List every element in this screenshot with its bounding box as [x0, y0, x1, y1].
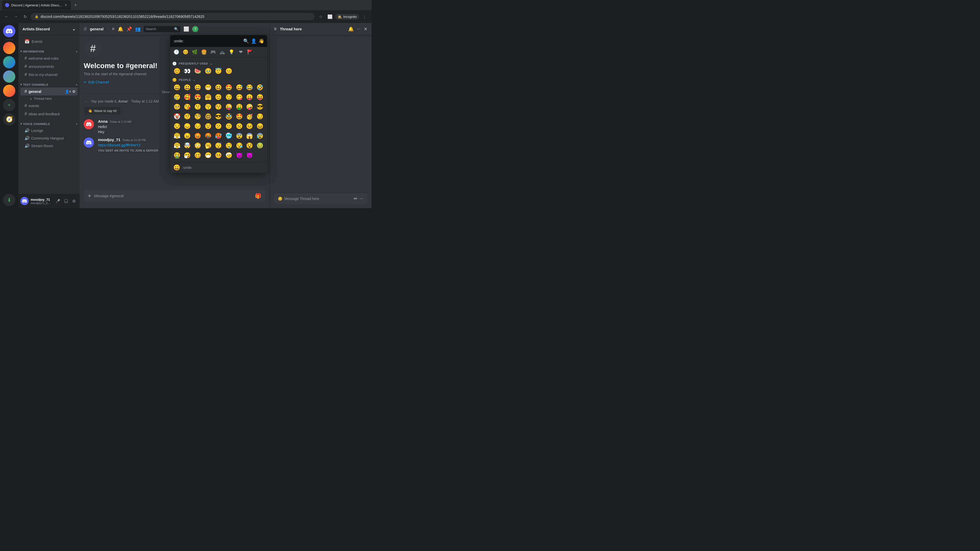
thread-input-box[interactable]: 😊 Message Thread here ✏ ···: [274, 193, 368, 204]
emoji-p48[interactable]: 😡: [193, 131, 202, 141]
emoji-p46[interactable]: 😤: [172, 131, 181, 141]
emoji-p37[interactable]: 😒: [172, 122, 181, 131]
search-bar[interactable]: Search 🔍: [144, 26, 180, 32]
emoji-p35[interactable]: 🥳: [245, 112, 254, 121]
gift-icon[interactable]: 🎁: [255, 193, 261, 199]
emoji-p2[interactable]: 😃: [183, 83, 192, 92]
emoji-p9[interactable]: 🤣: [255, 83, 264, 92]
emoji-p44[interactable]: 😣: [245, 122, 254, 131]
emoji-p63[interactable]: 🤢: [255, 141, 264, 150]
notification-button[interactable]: 🔔: [118, 26, 123, 32]
more-input-icon[interactable]: ···: [360, 196, 363, 202]
emoji-p49[interactable]: 🤬: [204, 131, 213, 141]
channel-item-general[interactable]: # general 👤+ ⚙: [21, 87, 78, 95]
address-bar[interactable]: 🔒 discord.com/channels/11823620100679352…: [30, 13, 315, 20]
voice-channel-hangout[interactable]: 🔊 Community Hangout: [21, 135, 78, 142]
emoji-p42[interactable]: 🙁: [224, 122, 233, 131]
server-icon-3[interactable]: [3, 70, 15, 83]
emoji-frequent-2[interactable]: 👀: [183, 67, 192, 76]
emoji-frequent-5[interactable]: 😇: [214, 67, 223, 76]
emoji-p28[interactable]: 🤡: [172, 112, 181, 121]
download-button[interactable]: ⬇: [3, 194, 15, 206]
emoji-frequent-3[interactable]: 🍉: [193, 67, 202, 76]
emoji-p33[interactable]: 🥸: [224, 112, 233, 121]
emoji-p59[interactable]: 😴: [214, 141, 223, 150]
emoji-p19[interactable]: 🥺: [172, 102, 181, 111]
emoji-p36[interactable]: 😏: [255, 112, 264, 121]
emoji-p61[interactable]: 😪: [234, 141, 244, 150]
forward-button[interactable]: →: [12, 13, 19, 20]
emoji-p58[interactable]: 🥱: [204, 141, 213, 150]
bookmark-button[interactable]: ☆: [317, 13, 325, 21]
emoji-p68[interactable]: 🤒: [214, 151, 223, 160]
server-icon-2[interactable]: [3, 56, 15, 68]
server-name-header[interactable]: Artists Discord ⌄: [18, 23, 80, 35]
emoji-p6[interactable]: 🤩: [224, 83, 233, 92]
wave-button[interactable]: 👋 Wave to say hi!: [84, 106, 121, 115]
emoji-p38[interactable]: 😞: [183, 122, 192, 131]
bell-icon[interactable]: 🔔: [348, 26, 354, 32]
emoji-p41[interactable]: 😕: [214, 122, 223, 131]
mute-button[interactable]: 🎤: [54, 197, 61, 205]
emoji-p25[interactable]: 🤑: [234, 102, 244, 111]
channel-item-ideas[interactable]: # ideas-and-feedback: [21, 110, 78, 118]
threads-button[interactable]: ≡: [112, 26, 115, 32]
emoji-p14[interactable]: 😊: [214, 93, 223, 102]
emoji-p31[interactable]: 🤓: [204, 112, 213, 121]
edit-channel-button[interactable]: ✏ Edit Channel: [84, 80, 109, 84]
emoji-p66[interactable]: 🥴: [193, 151, 202, 160]
voice-channel-stream[interactable]: 🔊 Stream Room: [21, 142, 78, 149]
emoji-p43[interactable]: ☹️: [234, 122, 244, 131]
channel-item-welcome[interactable]: # welcome-and-rules: [21, 54, 78, 62]
emoji-p57[interactable]: 😳: [193, 141, 202, 150]
emoji-p21[interactable]: 😗: [193, 102, 202, 111]
emoji-p10[interactable]: 🥲: [172, 93, 181, 102]
emoji-cat-people[interactable]: 😊: [181, 48, 189, 56]
emoji-cat-activities[interactable]: 🎮: [209, 48, 217, 56]
add-member-icon[interactable]: 👤+: [65, 89, 71, 94]
emoji-p16[interactable]: 😋: [234, 93, 244, 102]
server-icon-1[interactable]: [3, 42, 15, 54]
emoji-p56[interactable]: 🤯: [183, 141, 192, 150]
inbox-button[interactable]: ⬜: [183, 26, 189, 32]
emoji-p15[interactable]: 😌: [224, 93, 233, 102]
emoji-p8[interactable]: 😂: [245, 83, 254, 92]
emoji-p65[interactable]: 🤧: [183, 151, 192, 160]
emoji-p51[interactable]: 🥶: [224, 131, 233, 141]
emoji-p64[interactable]: 🤮: [172, 151, 181, 160]
emoji-frequent-4[interactable]: 🥹: [204, 67, 213, 76]
emoji-p34[interactable]: 🤩: [234, 112, 244, 121]
emoji-p22[interactable]: 😙: [204, 102, 213, 111]
emoji-p4[interactable]: 😁: [204, 83, 213, 92]
emoji-skin-tone-button[interactable]: 👤: [251, 38, 256, 44]
add-voice-channel-icon[interactable]: +: [76, 122, 78, 125]
emoji-p55[interactable]: 😤: [172, 141, 181, 150]
add-channel-icon[interactable]: +: [76, 50, 78, 53]
emoji-p1[interactable]: 😀: [172, 83, 181, 92]
emoji-p47[interactable]: 😠: [183, 131, 192, 141]
emoji-p50[interactable]: 🥵: [214, 131, 223, 141]
help-button[interactable]: ?: [192, 26, 198, 32]
emoji-cat-symbols[interactable]: ❤: [237, 48, 245, 56]
pencil-input-icon[interactable]: ✏: [354, 196, 358, 202]
channel-item-announcements[interactable]: # announcements: [21, 62, 78, 70]
more-options-icon[interactable]: ···: [357, 26, 361, 32]
emoji-p23[interactable]: 😚: [214, 102, 223, 111]
emoji-frequent-6[interactable]: 😐: [224, 67, 233, 76]
emoji-input-icon[interactable]: 😊: [278, 197, 282, 201]
emoji-p69[interactable]: 🤕: [224, 151, 233, 160]
category-voice-channels[interactable]: ▾ VOICE CHANNELS +: [18, 118, 80, 127]
discord-invite-link[interactable]: https://discord.gg/fffHHeY2: [98, 143, 141, 147]
emoji-p67[interactable]: 😷: [204, 151, 213, 160]
emoji-search-input[interactable]: [173, 39, 241, 43]
emoji-p20[interactable]: 😘: [183, 102, 192, 111]
deafen-button[interactable]: 🎧: [62, 197, 69, 205]
voice-channel-lounge[interactable]: 🔊 Lounge: [21, 127, 78, 134]
channel-item-my-channel[interactable]: # this-is-my-channel: [21, 71, 78, 79]
emoji-p12[interactable]: 😍: [193, 93, 202, 102]
emoji-p54[interactable]: 😰: [255, 131, 264, 141]
emoji-cat-recent[interactable]: 🕐: [172, 48, 180, 56]
members-button[interactable]: 👥: [135, 26, 141, 32]
emoji-p60[interactable]: 🤤: [224, 141, 233, 150]
message-input-box[interactable]: + Message #general 🎁: [84, 190, 266, 202]
